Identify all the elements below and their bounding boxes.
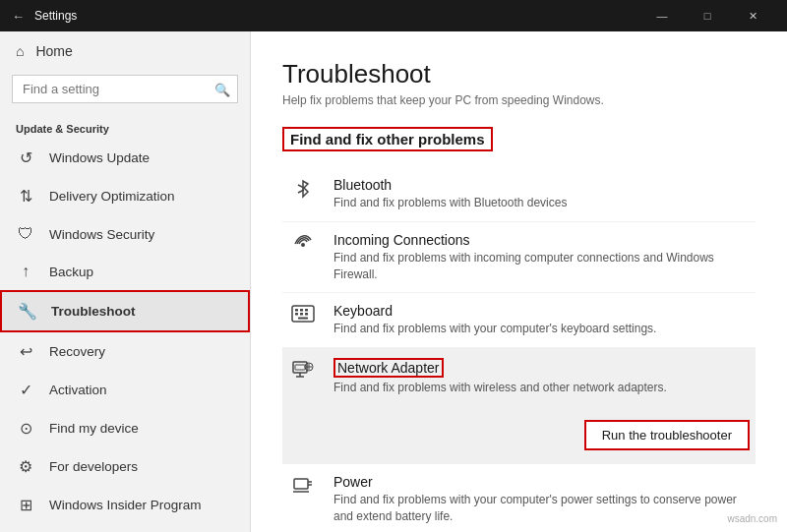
search-input[interactable] bbox=[12, 75, 238, 103]
titlebar-controls: — □ ✕ bbox=[639, 0, 775, 31]
svg-point-0 bbox=[301, 243, 305, 247]
incoming-connections-desc: Find and fix problems with incoming comp… bbox=[333, 250, 750, 283]
sidebar-home-button[interactable]: ⌂ Home bbox=[0, 31, 250, 71]
svg-rect-6 bbox=[300, 313, 303, 316]
search-icon: 🔍 bbox=[214, 82, 230, 96]
backup-icon: ↑ bbox=[16, 263, 35, 280]
sidebar-items: ↺Windows Update⇅Delivery Optimization🛡Wi… bbox=[0, 139, 250, 524]
recovery-icon: ↩ bbox=[16, 342, 35, 361]
keyboard-icon bbox=[288, 305, 318, 327]
sidebar-item-label-windows-update: Windows Update bbox=[49, 150, 150, 165]
sidebar-item-windows-update[interactable]: ↺Windows Update bbox=[0, 139, 250, 177]
sidebar-search-container: 🔍 bbox=[12, 75, 238, 103]
bluetooth-icon bbox=[288, 179, 318, 204]
windows-security-icon: 🛡 bbox=[16, 225, 35, 243]
troubleshoot-icon: 🔧 bbox=[18, 302, 37, 321]
for-developers-icon: ⚙ bbox=[16, 457, 35, 476]
page-subtitle: Help fix problems that keep your PC from… bbox=[282, 93, 756, 107]
maximize-button[interactable]: □ bbox=[685, 0, 730, 31]
home-label: Home bbox=[35, 43, 72, 59]
run-troubleshooter-button[interactable]: Run the troubleshooter bbox=[584, 420, 750, 450]
sidebar-item-activation[interactable]: ✓Activation bbox=[0, 371, 250, 409]
page-title: Troubleshoot bbox=[282, 59, 756, 89]
titlebar-title: Settings bbox=[34, 9, 639, 23]
sidebar-item-windows-insider[interactable]: ⊞Windows Insider Program bbox=[0, 486, 250, 524]
sidebar-item-label-delivery-optimization: Delivery Optimization bbox=[49, 189, 175, 204]
sidebar-item-windows-security[interactable]: 🛡Windows Security bbox=[0, 215, 250, 253]
svg-rect-2 bbox=[295, 309, 298, 312]
network-adapter-name: Network Adapter bbox=[333, 358, 444, 378]
back-button[interactable]: ← bbox=[12, 9, 25, 24]
incoming-connections-text: Incoming ConnectionsFind and fix problem… bbox=[333, 232, 750, 283]
sidebar-item-label-troubleshoot: Troubleshoot bbox=[51, 304, 136, 319]
network-adapter-desc: Find and fix problems with wireless and … bbox=[333, 380, 750, 396]
network-adapter-icon bbox=[288, 360, 318, 384]
run-btn-row: Run the troubleshooter bbox=[288, 412, 750, 454]
sidebar-item-label-activation: Activation bbox=[49, 383, 107, 397]
power-text: PowerFind and fix problems with your com… bbox=[333, 474, 750, 525]
troubleshoot-list: BluetoothFind and fix problems with Blue… bbox=[282, 167, 756, 532]
svg-rect-7 bbox=[305, 313, 308, 316]
section-header: Find and fix other problems bbox=[282, 127, 493, 151]
incoming-connections-name: Incoming Connections bbox=[333, 232, 750, 248]
power-icon bbox=[288, 476, 318, 499]
home-icon: ⌂ bbox=[16, 43, 24, 59]
sidebar-item-for-developers[interactable]: ⚙For developers bbox=[0, 447, 250, 486]
watermark: wsadn.com bbox=[727, 513, 777, 524]
sidebar-item-label-backup: Backup bbox=[49, 265, 93, 279]
svg-rect-3 bbox=[300, 309, 303, 312]
svg-rect-8 bbox=[298, 318, 308, 320]
sidebar-item-recovery[interactable]: ↩Recovery bbox=[0, 332, 250, 371]
sidebar-item-delivery-optimization[interactable]: ⇅Delivery Optimization bbox=[0, 177, 250, 215]
power-desc: Find and fix problems with your computer… bbox=[333, 492, 750, 525]
svg-rect-4 bbox=[305, 309, 308, 312]
keyboard-text: KeyboardFind and fix problems with your … bbox=[333, 303, 750, 337]
keyboard-name: Keyboard bbox=[333, 303, 750, 319]
close-button[interactable]: ✕ bbox=[730, 0, 775, 31]
sidebar-item-label-for-developers: For developers bbox=[49, 459, 138, 474]
network-adapter-text: Network AdapterFind and fix problems wit… bbox=[333, 358, 750, 396]
activation-icon: ✓ bbox=[16, 381, 35, 399]
titlebar: ← Settings — □ ✕ bbox=[0, 0, 787, 31]
power-name: Power bbox=[333, 474, 750, 490]
sidebar-item-backup[interactable]: ↑Backup bbox=[0, 253, 250, 290]
sidebar-item-label-windows-security: Windows Security bbox=[49, 227, 154, 242]
bluetooth-name: Bluetooth bbox=[333, 177, 750, 193]
sidebar-section-title: Update & Security bbox=[0, 115, 250, 139]
sidebar-item-label-windows-insider: Windows Insider Program bbox=[49, 498, 202, 512]
minimize-button[interactable]: — bbox=[639, 0, 685, 31]
incoming-connections-icon bbox=[288, 234, 318, 259]
sidebar-item-label-recovery: Recovery bbox=[49, 344, 105, 359]
troubleshoot-item-incoming-connections[interactable]: Incoming ConnectionsFind and fix problem… bbox=[282, 222, 756, 294]
sidebar-item-find-my-device[interactable]: ⊙Find my device bbox=[0, 409, 250, 447]
delivery-optimization-icon: ⇅ bbox=[16, 187, 35, 206]
troubleshoot-item-keyboard[interactable]: KeyboardFind and fix problems with your … bbox=[282, 293, 756, 348]
app-body: ⌂ Home 🔍 Update & Security ↺Windows Upda… bbox=[0, 31, 787, 532]
svg-rect-16 bbox=[294, 479, 308, 489]
svg-rect-5 bbox=[295, 313, 298, 316]
bluetooth-desc: Find and fix problems with Bluetooth dev… bbox=[333, 195, 750, 211]
troubleshoot-item-bluetooth[interactable]: BluetoothFind and fix problems with Blue… bbox=[282, 167, 756, 222]
sidebar: ⌂ Home 🔍 Update & Security ↺Windows Upda… bbox=[0, 31, 251, 532]
find-my-device-icon: ⊙ bbox=[16, 419, 35, 438]
windows-insider-icon: ⊞ bbox=[16, 496, 35, 514]
troubleshoot-item-network-adapter[interactable]: Network AdapterFind and fix problems wit… bbox=[282, 348, 756, 464]
troubleshoot-item-power[interactable]: PowerFind and fix problems with your com… bbox=[282, 464, 756, 532]
sidebar-item-troubleshoot[interactable]: 🔧Troubleshoot bbox=[0, 290, 250, 332]
windows-update-icon: ↺ bbox=[16, 148, 35, 167]
keyboard-desc: Find and fix problems with your computer… bbox=[333, 321, 750, 337]
bluetooth-text: BluetoothFind and fix problems with Blue… bbox=[333, 177, 750, 211]
main-content: Troubleshoot Help fix problems that keep… bbox=[251, 31, 787, 532]
svg-rect-10 bbox=[295, 365, 305, 370]
sidebar-item-label-find-my-device: Find my device bbox=[49, 421, 139, 436]
